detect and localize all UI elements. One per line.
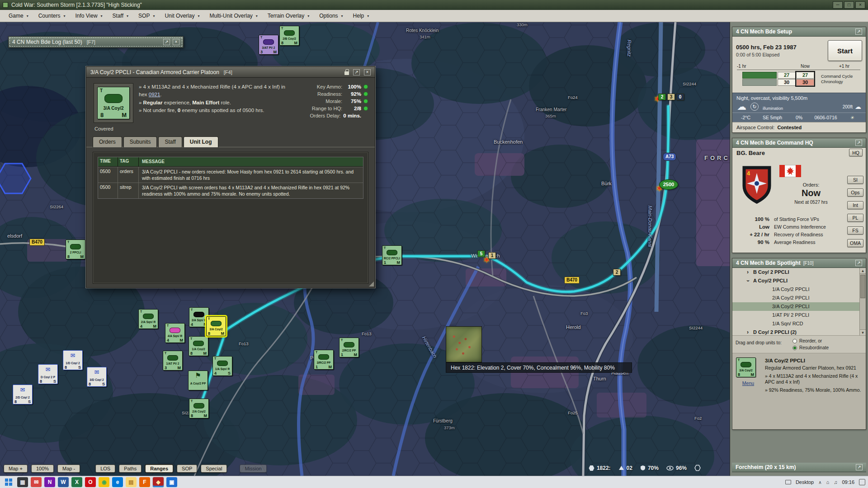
taskbar-app-icon[interactable]: W: [58, 477, 69, 487]
sop-button[interactable]: SOP: [177, 465, 197, 473]
taskbar-app-icon[interactable]: ✉: [31, 477, 42, 487]
hex-link[interactable]: 0921: [149, 92, 160, 97]
desktop-label[interactable]: Desktop: [796, 479, 814, 485]
scroll-up-icon[interactable]: ▲: [860, 268, 866, 274]
unit-counter[interactable]: T3/A Coy/28M: [736, 357, 756, 377]
tab-staff[interactable]: Staff: [158, 136, 182, 147]
oma-button[interactable]: OMA: [847, 239, 863, 247]
radio-reorder[interactable]: Reorder, or: [793, 338, 829, 344]
tree-item[interactable]: ›B Coy/ 2 PPCLI: [732, 268, 866, 277]
menu-info-view[interactable]: Info View▾: [70, 11, 107, 21]
tree-item[interactable]: 1/A Coy/2 PPCLI: [732, 285, 866, 294]
taskbar-app-icon-active[interactable]: ◆: [153, 477, 164, 487]
tree-item[interactable]: 1/A Sqn/ RCD: [732, 319, 866, 328]
radio-icon[interactable]: [793, 339, 797, 343]
scrollbar[interactable]: ▲ ▼: [859, 268, 866, 335]
unit-counter[interactable]: T2 PPCLI8M: [66, 239, 85, 259]
unit-counter[interactable]: ✉D Coy/ 2 P8S: [38, 364, 58, 384]
unit-counter[interactable]: T2/RC/2 PP1M: [339, 338, 359, 357]
objective-vp-marker[interactable]: 2500: [659, 179, 678, 190]
taskbar-app-icon[interactable]: F: [139, 477, 150, 487]
taskbar-app-icon[interactable]: ▤: [126, 477, 137, 487]
tree-item[interactable]: ›D Coy/ 2 PPCLI (2): [732, 328, 866, 336]
unit-counter-hq[interactable]: ⚑A Coy/2 PP: [188, 371, 208, 390]
popout-icon[interactable]: ↗: [353, 69, 360, 75]
menu-unit-overlay[interactable]: Unit Overlay▾: [160, 11, 204, 21]
ops-button[interactable]: Ops: [847, 188, 863, 197]
clock[interactable]: 09:16: [842, 479, 854, 485]
start-button[interactable]: [3, 477, 14, 487]
taskbar-app-icon[interactable]: N: [44, 477, 55, 487]
map-zoom-out-button[interactable]: Map -: [57, 465, 80, 473]
unit-counter[interactable]: T2/A Sqn/ R4M: [138, 309, 158, 329]
tab-unit-log[interactable]: Unit Log: [184, 136, 218, 147]
maximize-button[interactable]: □: [844, 1, 854, 9]
waypoint-marker[interactable]: 2: [613, 269, 621, 276]
scroll-down-icon[interactable]: ▼: [860, 329, 866, 335]
unit-counter[interactable]: TRC/2 PPCLI1M: [382, 245, 402, 265]
objective-marker[interactable]: 0: [676, 94, 684, 100]
tray-volume-icon[interactable]: ♫: [834, 479, 837, 485]
lock-icon[interactable]: [344, 71, 349, 75]
menu-help[interactable]: Help▾: [348, 11, 374, 21]
map-zoom-in-button[interactable]: Map +: [4, 465, 28, 473]
menu-multi-unit-overlay[interactable]: Multi-Unit Overlay▾: [204, 11, 262, 21]
tree-item[interactable]: 1/AT Pl/ 2 PPCLI: [732, 311, 866, 319]
menu-counters[interactable]: Counters▾: [33, 11, 71, 21]
table-row[interactable]: 0500 sitrep 3/A Coy/2 PPCLI with screen …: [98, 183, 363, 198]
unit-counter[interactable]: T2/B Coy/28M: [279, 26, 299, 46]
tab-subunits[interactable]: Subunits: [123, 136, 157, 147]
unit-counter-selected[interactable]: T3/A Coy/28M: [206, 316, 226, 336]
taskbar-app-icon[interactable]: O: [85, 477, 96, 487]
resize-grip[interactable]: [369, 282, 374, 286]
pl-button[interactable]: PL: [847, 214, 863, 222]
taskbar-app-icon[interactable]: e: [112, 477, 123, 487]
unit-menu-link[interactable]: Menu: [742, 380, 754, 386]
radio-checked-icon[interactable]: [793, 346, 797, 350]
popout-icon[interactable]: ↗: [855, 140, 862, 146]
minimize-button[interactable]: ─: [833, 1, 843, 9]
tab-orders[interactable]: Orders: [93, 136, 122, 147]
tree-caret-icon[interactable]: ›: [744, 280, 752, 282]
tree-item[interactable]: ›A Coy/2 PPCLI: [732, 277, 866, 285]
popout-icon[interactable]: ↗: [163, 39, 170, 45]
waypoint-marker[interactable]: 5: [477, 250, 485, 257]
menu-sop[interactable]: SOP▾: [133, 11, 160, 21]
mission-button[interactable]: Mission: [240, 465, 266, 473]
los-button[interactable]: LOS: [95, 465, 115, 473]
hq-button[interactable]: HQ: [849, 149, 863, 156]
unit-counter[interactable]: ✉1/D Coy/ 28S: [63, 350, 83, 370]
unit-dialog[interactable]: 3/A Coy/2 PPCLI - Canadian Armored Carri…: [86, 66, 375, 288]
tree-caret-icon[interactable]: ›: [747, 328, 749, 336]
taskbar-app-icon[interactable]: ◉: [99, 477, 109, 487]
special-button[interactable]: Special: [201, 465, 227, 473]
unit-counter[interactable]: T3/RC/2 PP1M: [314, 350, 334, 370]
objective-marker[interactable]: 2: [658, 94, 666, 100]
tree-item[interactable]: 2/A Coy/2 PPCLI: [732, 294, 866, 302]
popout-icon[interactable]: ↗: [855, 28, 862, 35]
taskbar-app-icon[interactable]: X: [71, 477, 82, 487]
menu-game[interactable]: Game▾: [4, 11, 33, 21]
waypoint-marker[interactable]: 1: [488, 252, 496, 259]
menu-terrain-overlay[interactable]: Terrain Overlay▾: [263, 11, 314, 21]
si-button[interactable]: SI: [847, 176, 863, 184]
close-icon[interactable]: ×: [364, 69, 371, 75]
close-button[interactable]: ×: [855, 1, 865, 9]
unit-counter[interactable]: ✉2/D Coy/ 28S: [13, 385, 33, 404]
radio-resubordinate[interactable]: Resubordinate: [793, 344, 829, 351]
unit-counter[interactable]: T4/A Sqn/ R4M: [165, 323, 185, 343]
menu-options[interactable]: Options▾: [314, 11, 348, 21]
unit-counter[interactable]: T3/AT Pl/ 23M: [259, 35, 278, 55]
scrollbar-thumb[interactable]: [860, 275, 865, 298]
tree-caret-icon[interactable]: ›: [747, 268, 749, 277]
unit-counter[interactable]: T1/A Coy/28M: [189, 336, 208, 356]
start-button[interactable]: Start: [828, 40, 862, 61]
int-button[interactable]: Int: [847, 201, 863, 209]
dialog-title-bar[interactable]: 3/A Coy/2 PPCLI - Canadian Armored Carri…: [86, 67, 375, 78]
tree-item-selected[interactable]: 3/A Coy/2 PPCLI: [732, 302, 866, 311]
menu-staff[interactable]: Staff▾: [108, 11, 133, 21]
paths-button[interactable]: Paths: [119, 465, 142, 473]
popout-icon[interactable]: ↗: [856, 464, 863, 470]
unit-counter[interactable]: ✉3/D Coy/ 28S: [87, 367, 107, 387]
notification-icon[interactable]: [859, 479, 865, 485]
